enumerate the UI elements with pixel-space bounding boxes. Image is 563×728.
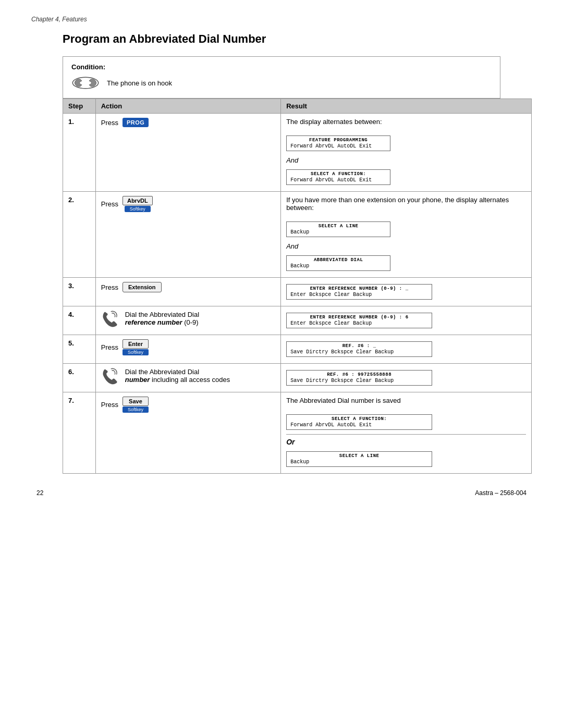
press-label: Press <box>101 401 118 409</box>
press-label: Press <box>101 200 118 208</box>
dial-icon <box>101 368 118 387</box>
action-suffix: including all access codes <box>150 376 230 384</box>
softkey-abrvdl[interactable]: AbrvDL Softkey <box>123 196 153 212</box>
display-box-1: FEATURE PROGRAMMING Forward AbrvDL AutoD… <box>286 135 390 151</box>
display-box-1: ENTER REFERENCE NUMBER (0-9) : 6 Enter B… <box>286 313 432 328</box>
step-number: 6. <box>63 364 96 392</box>
action-text: Dial the Abbreviated Dial <box>125 368 199 376</box>
softkey-label: Enter <box>123 339 149 349</box>
action-cell: Dial the Abbreviated Dial number includi… <box>95 364 280 392</box>
press-label: Press <box>101 283 118 291</box>
action-bold: number <box>125 376 150 384</box>
display-box-1: ENTER REFERENCE NUMBER (0-9) : _ Enter B… <box>286 284 432 300</box>
softkey-label: Save <box>123 397 149 406</box>
softkey-enter[interactable]: Enter Softkey <box>123 339 149 355</box>
action-text: Dial the Abbreviated Dial <box>125 311 199 318</box>
action-cell: Press AbrvDL Softkey <box>95 192 280 278</box>
display-box-1: SELECT A FUNCTION: Forward AbrvDL AutoDL… <box>286 414 432 430</box>
step-number: 4. <box>63 306 96 335</box>
press-label: Press <box>101 119 118 127</box>
table-row: 1. Press PROG The display alternates bet… <box>63 114 532 192</box>
step-number: 2. <box>63 192 96 278</box>
steps-table: Step Action Result 1. Press PROG The dis… <box>63 98 532 474</box>
result-text: The Abbreviated Dial number is saved <box>286 397 526 404</box>
result-text: If you have more than one extension on y… <box>286 196 526 212</box>
softkey-save[interactable]: Save Softkey <box>123 397 149 413</box>
result-cell: REF. #6 : 99725558888 Save Dirctry Bcksp… <box>281 364 532 392</box>
table-row: 3. Press Extension ENTER REFERENCE NUMBE… <box>63 278 532 306</box>
table-row: 2. Press AbrvDL Softkey If you have more… <box>63 192 532 278</box>
result-cell: ENTER REFERENCE NUMBER (0-9) : 6 Enter B… <box>281 306 532 335</box>
and-text: And <box>286 242 526 250</box>
step-number: 1. <box>63 114 96 192</box>
step-number: 3. <box>63 278 96 306</box>
display-box-1: REF. #6 : _ Save Dirctry Bckspce Clear B… <box>286 341 432 357</box>
result-cell: ENTER REFERENCE NUMBER (0-9) : _ Enter B… <box>281 278 532 306</box>
softkey-label: AbrvDL <box>123 196 153 205</box>
display-box-1: SELECT A LINE Backup <box>286 221 390 237</box>
step-number: 7. <box>63 392 96 474</box>
dial-icon <box>101 311 118 329</box>
action-bold: reference number <box>125 318 182 326</box>
header-action: Action <box>95 99 280 114</box>
header-result: Result <box>281 99 532 114</box>
action-cell: Dial the Abbreviated Dial reference numb… <box>95 306 280 335</box>
action-cell: Press Save Softkey <box>95 392 280 474</box>
phone-on-hook-icon <box>71 75 100 91</box>
page-title: Program an Abbreviated Dial Number <box>31 32 532 46</box>
table-row: 6. Dial the Abbreviated Dial number incl… <box>63 364 532 392</box>
display-box-2: ABBREVIATED DIAL Backup <box>286 255 390 271</box>
result-cell: The Abbreviated Dial number is saved SEL… <box>281 392 532 474</box>
press-label: Press <box>101 343 118 351</box>
or-text: Or <box>286 438 526 446</box>
result-cell: If you have more than one extension on y… <box>281 192 532 278</box>
action-cell: Press PROG <box>95 114 280 192</box>
header-step: Step <box>63 99 96 114</box>
extension-button[interactable]: Extension <box>123 282 162 292</box>
table-row: 5. Press Enter Softkey REF. #6 : _ Save … <box>63 335 532 364</box>
condition-text: The phone is on hook <box>107 79 172 87</box>
action-suffix: (0-9) <box>182 318 199 326</box>
condition-title: Condition: <box>71 63 492 71</box>
table-row: 7. Press Save Softkey The Abbreviated Di… <box>63 392 532 474</box>
softkey-sublabel: Softkey <box>125 206 151 212</box>
prog-button[interactable]: PROG <box>123 118 149 127</box>
and-text: And <box>286 156 526 164</box>
display-box-1: REF. #6 : 99725558888 Save Dirctry Bcksp… <box>286 370 432 386</box>
condition-box: Condition: The phone is on hook <box>63 56 500 98</box>
result-text: The display alternates between: <box>286 118 526 126</box>
softkey-sublabel: Softkey <box>123 349 149 355</box>
table-row: 4. Dial the Abbreviated Dial reference n… <box>63 306 532 335</box>
footer-document-id: Aastra – 2568-004 <box>475 489 527 497</box>
softkey-sublabel: Softkey <box>123 406 149 413</box>
action-cell: Press Enter Softkey <box>95 335 280 364</box>
display-box-2: SELECT A LINE Backup <box>286 451 432 467</box>
action-cell: Press Extension <box>95 278 280 306</box>
display-box-2: SELECT A FUNCTION: Forward AbrvDL AutoDL… <box>286 169 390 185</box>
footer-page-number: 22 <box>36 489 43 497</box>
chapter-header: Chapter 4, Features <box>31 16 532 23</box>
step-number: 5. <box>63 335 96 364</box>
result-cell: REF. #6 : _ Save Dirctry Bckspce Clear B… <box>281 335 532 364</box>
result-cell: The display alternates between: FEATURE … <box>281 114 532 192</box>
